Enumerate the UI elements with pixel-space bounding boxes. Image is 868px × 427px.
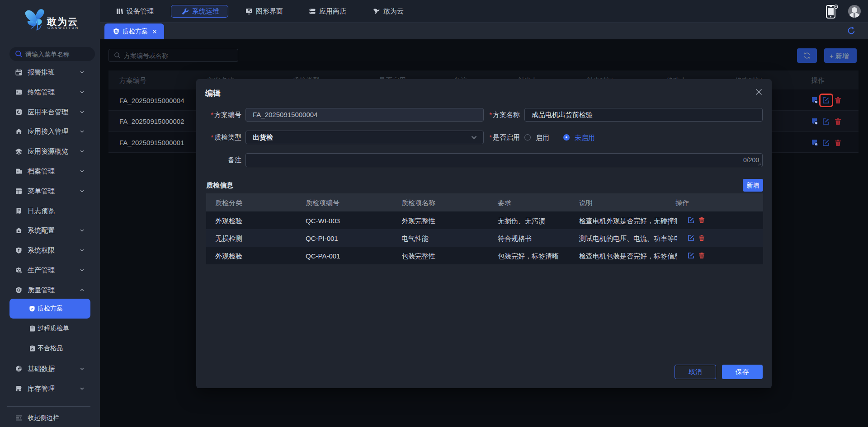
svg-text:质: 质 [114,30,118,33]
